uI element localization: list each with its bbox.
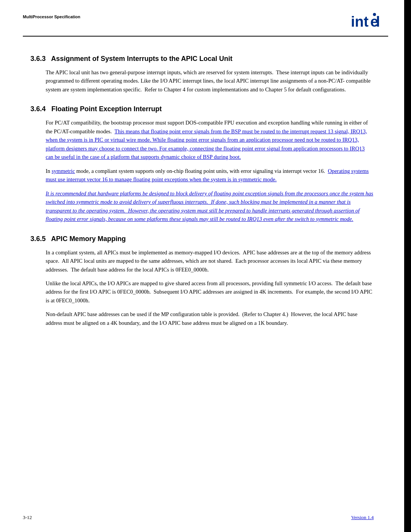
section-365-para1: In a compliant system, all APICs must be… bbox=[46, 248, 374, 274]
svg-text:int: int bbox=[351, 14, 369, 30]
page: MultiProcessor Specification int e l 3.6… bbox=[0, 0, 411, 532]
link-symmetric[interactable]: symmetric bbox=[52, 168, 75, 174]
section-365-heading: 3.6.5 APIC Memory Mapping bbox=[30, 235, 374, 243]
section-365: 3.6.5 APIC Memory Mapping In a compliant… bbox=[30, 235, 374, 328]
header-title: MultiProcessor Specification bbox=[23, 11, 80, 19]
section-365-para3: Non-default APIC base addresses can be u… bbox=[46, 310, 374, 327]
section-364-para3-blue: It is recommended that hardware platform… bbox=[46, 189, 374, 224]
svg-point-2 bbox=[373, 13, 376, 16]
link-irq13[interactable]: This means that floating point error sig… bbox=[46, 128, 367, 160]
intel-logo: int e l bbox=[351, 11, 381, 32]
section-364-para2: In symmetric mode, a compliant system su… bbox=[46, 167, 374, 184]
content: 3.6.3 Assignment of System Interrupts to… bbox=[0, 37, 411, 348]
section-364-para1: For PC/AT compatibility, the bootstrap p… bbox=[46, 118, 374, 161]
svg-text:l: l bbox=[376, 14, 380, 30]
footer-version[interactable]: Version 1.4 bbox=[351, 514, 374, 521]
footer: 3-12 Version 1.4 bbox=[23, 514, 374, 521]
section-364: 3.6.4 Floating Point Exception Interrupt… bbox=[30, 105, 374, 223]
section-363-heading: 3.6.3 Assignment of System Interrupts to… bbox=[30, 55, 374, 63]
header: MultiProcessor Specification int e l bbox=[0, 0, 411, 32]
section-363: 3.6.3 Assignment of System Interrupts to… bbox=[30, 55, 374, 94]
right-bar bbox=[404, 0, 411, 532]
intel-logo-svg: int e l bbox=[351, 11, 381, 30]
link-vector16[interactable]: Operating systems must use interrupt vec… bbox=[46, 168, 369, 182]
section-365-para2: Unlike the local APICs, the I/O APICs ar… bbox=[46, 279, 374, 305]
section-363-para1: The APIC local unit has two general-purp… bbox=[46, 68, 374, 94]
footer-page-number: 3-12 bbox=[23, 514, 32, 521]
section-364-heading: 3.6.4 Floating Point Exception Interrupt bbox=[30, 105, 374, 113]
